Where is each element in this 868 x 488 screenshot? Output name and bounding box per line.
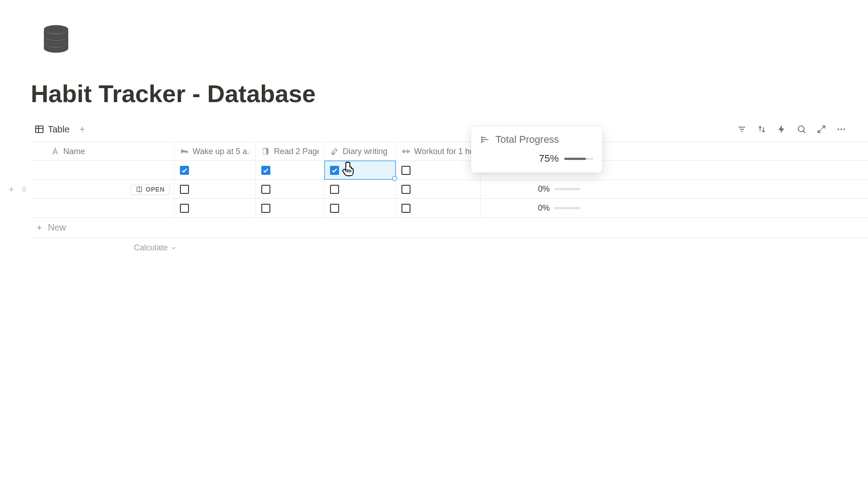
checkbox[interactable]	[330, 166, 339, 175]
expand-icon[interactable]	[816, 124, 826, 134]
svg-point-25	[23, 188, 24, 189]
cell-name[interactable]	[31, 161, 175, 179]
cell-read[interactable]	[256, 180, 325, 198]
checkbox[interactable]	[401, 185, 410, 194]
table-row[interactable]: OPEN 0%	[31, 180, 868, 199]
column-label: Name	[63, 147, 85, 156]
chevron-down-icon	[170, 245, 177, 251]
new-row-button[interactable]: New	[31, 218, 868, 238]
cell-diary[interactable]	[325, 199, 396, 217]
table-row[interactable]: 75%	[31, 161, 868, 180]
progress-bar	[554, 188, 580, 190]
checkbox[interactable]	[180, 166, 189, 175]
database-table: Name Wake up at 5 a.m. Read 2 Pages Diar…	[31, 142, 868, 253]
open-icon	[136, 186, 143, 193]
plus-icon	[35, 224, 43, 232]
svg-point-28	[24, 191, 25, 192]
book-icon	[261, 147, 270, 156]
calculate-button[interactable]: Calculate	[134, 243, 177, 253]
svg-point-24	[24, 187, 25, 188]
svg-point-12	[840, 128, 842, 130]
tab-table[interactable]: Table	[33, 122, 71, 136]
svg-point-0	[44, 25, 68, 33]
text-property-icon	[51, 147, 60, 156]
cell-read[interactable]	[256, 161, 325, 179]
svg-point-27	[23, 191, 24, 192]
progress-bar	[554, 207, 580, 209]
total-progress-popover: Total Progress 75%	[471, 127, 602, 173]
progress-label: 0%	[538, 184, 550, 194]
svg-point-13	[844, 128, 845, 130]
checkbox[interactable]	[401, 166, 410, 175]
new-row-label: New	[48, 222, 66, 233]
view-toolbar	[737, 120, 846, 138]
column-label: Workout for 1 hour	[414, 147, 475, 156]
column-header-read[interactable]: Read 2 Pages	[256, 142, 325, 160]
table-icon	[34, 124, 44, 134]
bar-chart-icon	[480, 135, 490, 145]
filter-icon[interactable]	[737, 124, 747, 134]
popover-title-label: Total Progress	[495, 134, 559, 145]
open-label: OPEN	[146, 186, 165, 193]
column-label: Diary writing	[343, 147, 387, 156]
svg-rect-15	[409, 150, 410, 153]
checkbox[interactable]	[330, 185, 339, 194]
tab-label: Table	[48, 124, 70, 135]
checkbox[interactable]	[180, 185, 189, 194]
page-title: Habit Tracker - Database	[31, 80, 868, 108]
sort-icon[interactable]	[757, 124, 767, 134]
checkbox[interactable]	[330, 204, 339, 213]
progress-bar	[564, 158, 593, 160]
checkbox[interactable]	[401, 204, 410, 213]
dumbbell-icon	[401, 147, 410, 156]
table-header-row: Name Wake up at 5 a.m. Read 2 Pages Diar…	[31, 142, 868, 161]
column-header-name[interactable]: Name	[31, 142, 175, 160]
svg-point-23	[23, 187, 24, 188]
more-icon[interactable]	[836, 124, 846, 134]
table-row[interactable]: 0%	[31, 199, 868, 218]
svg-point-11	[838, 128, 840, 130]
open-row-button[interactable]: OPEN	[131, 184, 170, 195]
checkbox[interactable]	[261, 166, 270, 175]
cell-diary[interactable]	[325, 180, 396, 198]
cell-workout[interactable]	[396, 180, 481, 198]
column-label: Read 2 Pages	[274, 147, 319, 156]
view-tabs: Table	[31, 120, 868, 138]
checkbox[interactable]	[261, 185, 270, 194]
database-icon	[40, 23, 868, 57]
svg-rect-17	[407, 150, 409, 153]
add-row-icon[interactable]	[7, 185, 15, 193]
row-actions	[7, 185, 28, 193]
cell-wake[interactable]	[175, 180, 256, 198]
pencil-icon	[330, 147, 339, 156]
cell-wake[interactable]	[175, 199, 256, 217]
search-icon[interactable]	[797, 124, 807, 134]
cell-diary[interactable]	[325, 161, 396, 179]
bed-icon	[180, 147, 189, 156]
column-header-diary[interactable]: Diary writing	[325, 142, 396, 160]
svg-rect-18	[405, 151, 407, 152]
checkbox[interactable]	[261, 204, 270, 213]
cell-progress: 0%	[481, 180, 587, 198]
cell-name[interactable]	[31, 199, 175, 217]
cell-workout[interactable]	[396, 161, 481, 179]
column-header-workout[interactable]: Workout for 1 hour	[396, 142, 481, 160]
svg-line-10	[803, 131, 806, 133]
popover-progress-label: 75%	[539, 153, 559, 164]
cell-read[interactable]	[256, 199, 325, 217]
cell-progress: 0%	[481, 199, 587, 217]
svg-point-9	[798, 126, 804, 132]
cell-workout[interactable]	[396, 199, 481, 217]
cell-wake[interactable]	[175, 161, 256, 179]
drag-handle-icon[interactable]	[20, 185, 28, 193]
add-view-button[interactable]	[77, 124, 88, 135]
automation-icon[interactable]	[777, 124, 787, 134]
cell-name[interactable]: OPEN	[31, 180, 175, 198]
column-label: Wake up at 5 a.m.	[193, 147, 250, 156]
svg-rect-14	[402, 150, 404, 153]
svg-rect-1	[36, 126, 43, 133]
progress-label: 0%	[538, 203, 550, 213]
checkbox[interactable]	[180, 204, 189, 213]
column-header-wake[interactable]: Wake up at 5 a.m.	[175, 142, 256, 160]
svg-point-26	[24, 188, 25, 189]
